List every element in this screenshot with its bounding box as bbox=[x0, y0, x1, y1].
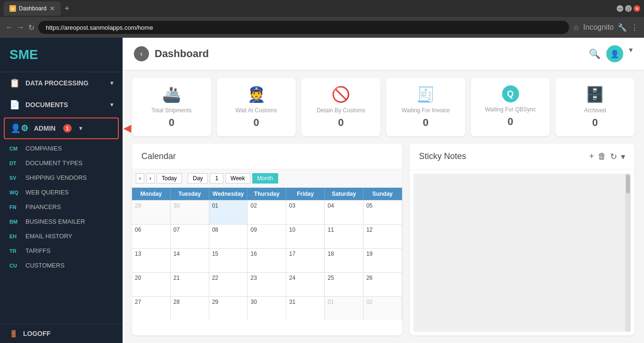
cal-cell[interactable]: 13 bbox=[132, 249, 171, 272]
sticky-refresh-button[interactable]: ↻ bbox=[610, 151, 617, 162]
cal-cell[interactable]: 17 bbox=[286, 249, 325, 272]
back-nav-button[interactable]: ← bbox=[6, 23, 13, 32]
star-icon[interactable]: ☆ bbox=[573, 23, 579, 32]
sticky-delete-button[interactable]: 🗑 bbox=[598, 151, 606, 162]
cal-cell[interactable]: 14 bbox=[171, 249, 209, 272]
menu-icon[interactable]: ⋮ bbox=[631, 23, 638, 32]
sticky-add-button[interactable]: + bbox=[589, 151, 594, 162]
cal-cell[interactable]: 02 bbox=[248, 201, 286, 224]
maximize-button[interactable]: □ bbox=[625, 5, 632, 12]
admin-arrow-indicator: ◄ bbox=[121, 121, 134, 136]
calendar-1-view-button[interactable]: 1 bbox=[210, 173, 223, 184]
sub-label: FINANCERS bbox=[25, 203, 61, 210]
stat-card-wait-at-customs[interactable]: 👮 Wait At Customs 0 bbox=[217, 78, 296, 136]
browser-tab[interactable]: S Dashboard ✕ bbox=[4, 1, 61, 16]
calendar-week-2: 06 07 08 09 10 11 12 bbox=[132, 224, 402, 248]
cal-cell[interactable]: 11 bbox=[325, 225, 363, 248]
sidebar-item-business-emailer[interactable]: BM BUSINESS EMAILER bbox=[0, 214, 123, 229]
cal-cell[interactable]: 10 bbox=[286, 225, 325, 248]
cal-cell[interactable]: 01 bbox=[209, 201, 248, 224]
sidebar-item-financers[interactable]: FN FINANCERS bbox=[0, 200, 123, 214]
cal-cell[interactable]: 18 bbox=[325, 249, 363, 272]
sidebar-item-shipping-vendors[interactable]: SV SHIPPING VENDORS bbox=[0, 170, 123, 185]
cal-cell[interactable]: 05 bbox=[363, 201, 402, 224]
sidebar-item-admin[interactable]: 👤⚙ ADMIN 1 ▾ bbox=[5, 118, 118, 138]
customs-wait-icon: 👮 bbox=[247, 85, 266, 103]
sub-prefix-dt: DT bbox=[9, 160, 21, 166]
forward-nav-button[interactable]: → bbox=[17, 23, 25, 32]
calendar-prev-button[interactable]: ‹ bbox=[136, 173, 144, 184]
cal-cell[interactable]: 21 bbox=[171, 273, 209, 296]
cal-cell[interactable]: 09 bbox=[248, 225, 286, 248]
cal-cell[interactable]: 31 bbox=[286, 297, 325, 320]
close-button[interactable]: ✕ bbox=[634, 5, 640, 12]
sub-prefix-fn: FN bbox=[9, 204, 21, 210]
cal-cell[interactable]: 30 bbox=[248, 297, 286, 320]
calendar-week-4: 20 21 22 23 24 25 26 bbox=[132, 272, 402, 296]
user-dropdown-icon[interactable]: ▾ bbox=[629, 45, 633, 62]
chevron-icon: ▾ bbox=[79, 125, 82, 132]
calendar-week-view-button[interactable]: Week bbox=[225, 173, 250, 184]
extension-icon[interactable]: 🔧 bbox=[618, 23, 627, 32]
new-tab-button[interactable]: + bbox=[65, 4, 70, 14]
stat-card-waiting-for-qbsync[interactable]: Q Waiting For QBSync 0 bbox=[471, 78, 550, 136]
cal-cell[interactable]: 29 bbox=[132, 201, 171, 224]
back-button[interactable]: ‹ bbox=[134, 46, 149, 61]
cal-cell[interactable]: 06 bbox=[132, 225, 171, 248]
tab-close-btn[interactable]: ✕ bbox=[50, 5, 55, 12]
cal-cell[interactable]: 15 bbox=[209, 249, 248, 272]
sidebar-item-web-queries[interactable]: WQ WEB QUERIES bbox=[0, 185, 123, 200]
cal-cell[interactable]: 02 bbox=[363, 297, 402, 320]
cal-cell[interactable]: 20 bbox=[132, 273, 171, 296]
calendar-next-button[interactable]: › bbox=[146, 173, 155, 184]
cal-cell[interactable]: 27 bbox=[132, 297, 171, 320]
cal-cell[interactable]: 04 bbox=[325, 201, 363, 224]
cal-cell[interactable]: 12 bbox=[363, 225, 402, 248]
cal-cell[interactable]: 24 bbox=[286, 273, 325, 296]
cal-cell[interactable]: 28 bbox=[171, 297, 209, 320]
cal-cell[interactable]: 23 bbox=[248, 273, 286, 296]
cal-cell[interactable]: 19 bbox=[363, 249, 402, 272]
cal-cell[interactable]: 08 bbox=[209, 225, 248, 248]
calendar-month-view-button[interactable]: Month bbox=[252, 173, 278, 184]
cal-cell[interactable]: 30 bbox=[171, 201, 209, 224]
cal-cell[interactable]: 16 bbox=[248, 249, 286, 272]
header-actions: 🔍 👤 ▾ bbox=[589, 45, 633, 62]
stat-value: 0 bbox=[169, 117, 174, 129]
stat-card-archived[interactable]: 🗄️ Archived 0 bbox=[555, 78, 635, 136]
sidebar-logoff[interactable]: 🚪 LOGOFF bbox=[0, 324, 123, 343]
calendar-today-button[interactable]: Today bbox=[157, 173, 182, 184]
sub-prefix-cu: CU bbox=[9, 263, 21, 268]
cal-cell[interactable]: 07 bbox=[171, 225, 209, 248]
sub-prefix-wq: WQ bbox=[9, 190, 21, 195]
archive-icon: 🗄️ bbox=[586, 85, 604, 103]
stat-card-total-shipments[interactable]: 🚢 Total Shipments 0 bbox=[132, 78, 211, 136]
sidebar-item-tariffs[interactable]: TR TARIFFS bbox=[0, 243, 123, 258]
cal-cell[interactable]: 01 bbox=[325, 297, 363, 320]
stat-label: Wait At Customs bbox=[235, 107, 277, 115]
sidebar-item-email-history[interactable]: EH EMAIL HISTORY bbox=[0, 229, 123, 243]
sidebar-item-documents[interactable]: 📄 DOCUMENTS ▾ bbox=[0, 94, 123, 116]
cal-cell[interactable]: 22 bbox=[209, 273, 248, 296]
minimize-button[interactable]: ─ bbox=[617, 5, 623, 12]
cal-cell[interactable]: 26 bbox=[363, 273, 402, 296]
reload-button[interactable]: ↻ bbox=[28, 23, 34, 32]
address-input[interactable] bbox=[38, 21, 569, 34]
day-header-saturday: Saturday bbox=[325, 188, 363, 200]
cal-cell[interactable]: 03 bbox=[286, 201, 325, 224]
stat-card-waiting-for-invoice[interactable]: 🧾 Waiting For Invoice 0 bbox=[386, 78, 465, 136]
cal-cell[interactable]: 29 bbox=[209, 297, 248, 320]
user-avatar[interactable]: 👤 bbox=[606, 45, 623, 62]
cal-cell[interactable]: 25 bbox=[325, 273, 363, 296]
sticky-scrollbar[interactable] bbox=[625, 174, 631, 332]
sidebar-item-customers[interactable]: CU CUSTOMERS bbox=[0, 258, 123, 273]
stat-card-detain-by-customs[interactable]: 🚫 Detain By Customs 0 bbox=[301, 78, 380, 136]
sidebar-item-document-types[interactable]: DT DOCUMENT TYPES bbox=[0, 156, 123, 170]
search-button[interactable]: 🔍 bbox=[589, 45, 601, 62]
calendar-day-view-button[interactable]: Day bbox=[188, 173, 208, 184]
calendar-section: Calendar ‹ › Today Day 1 Week Month Mond… bbox=[132, 144, 402, 335]
sidebar-item-companies[interactable]: CM COMPANIES bbox=[0, 141, 123, 156]
sub-prefix-eh: EH bbox=[9, 234, 21, 239]
sidebar-item-data-processing[interactable]: 📋 DATA PROCESSING ▾ bbox=[0, 72, 123, 94]
sticky-expand-button[interactable]: ▾ bbox=[621, 151, 625, 162]
